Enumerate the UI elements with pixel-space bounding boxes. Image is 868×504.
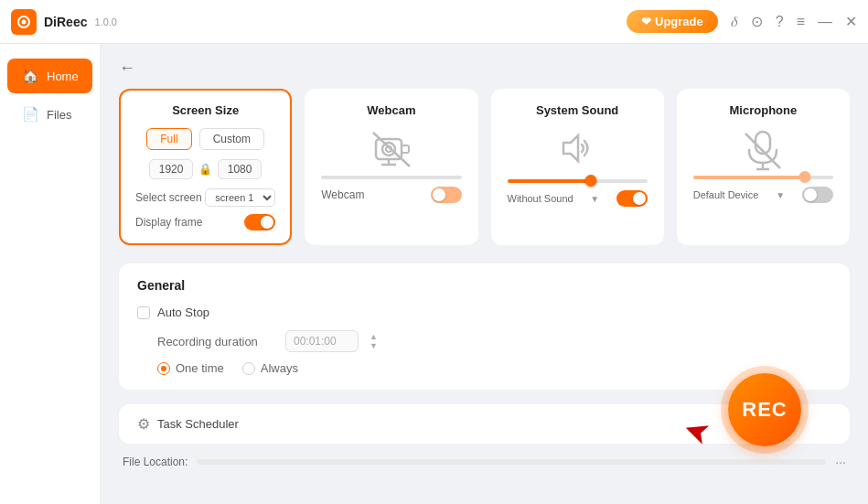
content-area: ← Screen Size Full Custom 🔒 bbox=[101, 44, 868, 504]
webcam-icon-wrap bbox=[369, 128, 414, 168]
sound-icon-wrap bbox=[508, 128, 648, 172]
titlebar: DiReec 1.0.0 ❤ Upgrade 𝛿 ⊙ ? ≡ — ✕ bbox=[0, 0, 868, 44]
app-version: 1.0.0 bbox=[94, 16, 116, 27]
auto-stop-row: Auto Stop bbox=[137, 306, 831, 319]
always-radio[interactable] bbox=[242, 362, 255, 375]
mic-icon-wrap bbox=[740, 128, 786, 172]
system-sound-card: System Sound Withou bbox=[491, 89, 664, 245]
display-frame-row: Display frame bbox=[135, 214, 275, 231]
files-icon: 📄 bbox=[22, 106, 39, 123]
webcam-label: Webcam bbox=[321, 188, 364, 201]
sidebar-files-label: Files bbox=[47, 108, 71, 122]
dimension-row: 🔒 bbox=[135, 159, 275, 179]
full-button[interactable]: Full bbox=[146, 128, 191, 150]
system-sound-toggle[interactable] bbox=[616, 190, 648, 207]
default-device-label: Default Device bbox=[693, 189, 759, 200]
system-sound-title: System Sound bbox=[508, 103, 648, 117]
height-input[interactable] bbox=[218, 159, 262, 179]
mic-icon bbox=[740, 128, 786, 172]
custom-button[interactable]: Custom bbox=[199, 128, 264, 150]
file-path-bar bbox=[197, 459, 826, 465]
always-label: Always bbox=[261, 361, 298, 375]
duration-input[interactable] bbox=[285, 330, 359, 352]
sound-slider-thumb bbox=[585, 175, 597, 187]
file-location-row: File Location: ··· bbox=[119, 455, 850, 469]
duration-down-arrow[interactable]: ▼ bbox=[370, 342, 378, 350]
screen-select[interactable]: screen 1 bbox=[205, 188, 275, 207]
coin-icon[interactable]: 𝛿 bbox=[731, 14, 738, 30]
recording-duration-label: Recording duration bbox=[157, 335, 276, 349]
duration-arrows: ▲ ▼ bbox=[370, 333, 378, 350]
always-option[interactable]: Always bbox=[242, 361, 298, 375]
microphone-card: Microphone bbox=[677, 89, 850, 245]
mic-dropdown-chevron: ▼ bbox=[776, 190, 785, 200]
minimize-button[interactable]: — bbox=[818, 14, 832, 30]
back-button[interactable]: ← bbox=[119, 59, 135, 78]
display-frame-toggle[interactable] bbox=[244, 214, 275, 231]
app-logo bbox=[11, 9, 37, 35]
mic-slider-thumb bbox=[799, 171, 811, 183]
file-dots-button[interactable]: ··· bbox=[835, 455, 846, 469]
select-screen-label: Select screen bbox=[135, 191, 202, 204]
rec-outer-ring: REC bbox=[721, 366, 809, 454]
screen-size-card: Screen Size Full Custom 🔒 Select screen … bbox=[119, 89, 292, 245]
mic-toggle[interactable] bbox=[802, 187, 833, 203]
mic-slider[interactable] bbox=[693, 176, 833, 179]
webcam-label-row: Webcam bbox=[321, 187, 461, 203]
titlebar-left: DiReec 1.0.0 bbox=[11, 9, 117, 35]
webcam-icon bbox=[369, 128, 414, 168]
webcam-card: Webcam bbox=[305, 89, 477, 245]
menu-icon[interactable]: ≡ bbox=[797, 14, 805, 30]
without-sound-label: Without Sound bbox=[508, 193, 573, 204]
rec-area: ➤ REC bbox=[721, 366, 809, 454]
help-icon[interactable]: ? bbox=[776, 14, 784, 30]
auto-stop-label: Auto Stop bbox=[157, 306, 209, 319]
file-location-label: File Location: bbox=[123, 456, 188, 468]
one-time-label: One time bbox=[176, 361, 224, 375]
svg-point-1 bbox=[382, 143, 395, 155]
duration-up-arrow[interactable]: ▲ bbox=[370, 333, 378, 341]
select-screen-row: Select screen screen 1 bbox=[135, 188, 275, 207]
task-scheduler-label: Task Scheduler bbox=[157, 417, 239, 431]
sound-dropdown-chevron: ▼ bbox=[590, 194, 599, 204]
auto-stop-checkbox[interactable] bbox=[137, 306, 150, 319]
sidebar-item-home[interactable]: 🏠 Home bbox=[7, 59, 92, 93]
system-sound-slider[interactable] bbox=[508, 179, 648, 183]
gear-icon: ⚙ bbox=[137, 415, 150, 433]
webcam-title: Webcam bbox=[321, 103, 461, 117]
rec-button[interactable]: REC bbox=[728, 373, 801, 446]
svg-marker-7 bbox=[563, 135, 578, 161]
display-frame-label: Display frame bbox=[135, 216, 202, 229]
record-icon[interactable]: ⊙ bbox=[751, 13, 763, 30]
close-button[interactable]: ✕ bbox=[845, 13, 857, 30]
webcam-toggle[interactable] bbox=[431, 187, 462, 203]
one-time-option[interactable]: One time bbox=[157, 361, 224, 375]
size-buttons: Full Custom bbox=[135, 128, 275, 150]
one-time-radio[interactable] bbox=[157, 362, 170, 375]
lock-icon: 🔒 bbox=[198, 163, 212, 176]
sidebar-item-files[interactable]: 📄 Files bbox=[7, 97, 92, 132]
general-title: General bbox=[137, 278, 831, 293]
app-logo-inner bbox=[17, 16, 30, 28]
screen-size-title: Screen Size bbox=[135, 103, 275, 117]
content-inner: ← Screen Size Full Custom 🔒 bbox=[119, 59, 850, 469]
sound-dropdown-row: Without Sound ▼ bbox=[508, 190, 648, 207]
home-icon: 🏠 bbox=[22, 68, 39, 84]
app-name: DiReec bbox=[44, 15, 87, 29]
titlebar-right: ❤ Upgrade 𝛿 ⊙ ? ≡ — ✕ bbox=[627, 10, 857, 33]
microphone-title: Microphone bbox=[693, 103, 833, 117]
svg-line-6 bbox=[373, 133, 410, 166]
sound-icon bbox=[554, 128, 600, 168]
upgrade-button[interactable]: ❤ Upgrade bbox=[627, 10, 717, 33]
main-layout: 🏠 Home 📄 Files ← Screen Size Full Custom bbox=[0, 44, 868, 504]
sidebar: 🏠 Home 📄 Files bbox=[0, 44, 101, 504]
width-input[interactable] bbox=[149, 159, 193, 179]
sidebar-home-label: Home bbox=[47, 70, 79, 83]
mic-dropdown-row: Default Device ▼ bbox=[693, 187, 833, 203]
duration-row: Recording duration ▲ ▼ bbox=[157, 330, 831, 352]
cards-row: Screen Size Full Custom 🔒 Select screen … bbox=[119, 89, 850, 245]
webcam-slider[interactable] bbox=[321, 176, 461, 179]
